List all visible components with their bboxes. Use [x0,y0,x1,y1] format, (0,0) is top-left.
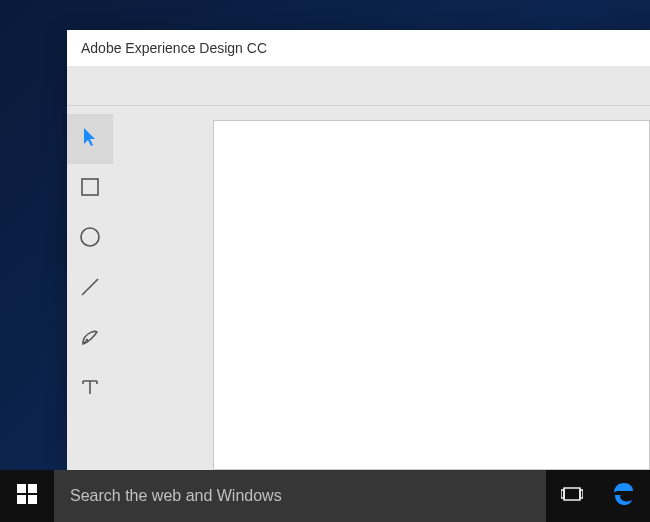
search-input[interactable]: Search the web and Windows [54,470,546,522]
watermark: www.wincore.ru [544,451,642,466]
search-placeholder: Search the web and Windows [70,487,282,505]
text-tool[interactable] [67,364,113,414]
svg-line-2 [82,279,98,295]
edge-browser-button[interactable] [598,470,650,522]
task-view-icon [561,485,583,507]
taskbar: Search the web and Windows [0,470,650,522]
pointer-icon [81,126,99,152]
svg-rect-6 [17,495,26,504]
ellipse-tool[interactable] [67,214,113,264]
svg-rect-5 [28,484,37,493]
titlebar[interactable]: Adobe Experience Design CC [67,30,650,66]
svg-point-1 [81,228,99,246]
line-tool[interactable] [67,264,113,314]
app-window: Adobe Experience Design CC [67,30,650,470]
text-icon [80,377,100,401]
svg-rect-4 [17,484,26,493]
pen-icon [79,326,101,352]
svg-rect-8 [564,488,580,500]
main-area [67,106,650,470]
artboard[interactable] [213,120,650,470]
svg-rect-0 [82,179,98,195]
circle-icon [79,226,101,252]
desktop: Adobe Experience Design CC [0,0,650,522]
line-icon [79,276,101,302]
svg-rect-9 [561,490,564,498]
pen-tool[interactable] [67,314,113,364]
rectangle-tool[interactable] [67,164,113,214]
canvas-area [113,106,650,470]
svg-rect-10 [580,490,583,498]
tool-panel [67,106,113,470]
edge-icon [611,481,637,511]
task-view-button[interactable] [546,470,598,522]
window-title: Adobe Experience Design CC [81,40,267,56]
select-tool[interactable] [67,114,113,164]
start-button[interactable] [0,470,54,522]
toolbar-row [67,66,650,106]
taskbar-right [546,470,650,522]
svg-point-3 [86,339,89,342]
windows-icon [17,484,37,508]
square-icon [80,177,100,201]
svg-rect-7 [28,495,37,504]
